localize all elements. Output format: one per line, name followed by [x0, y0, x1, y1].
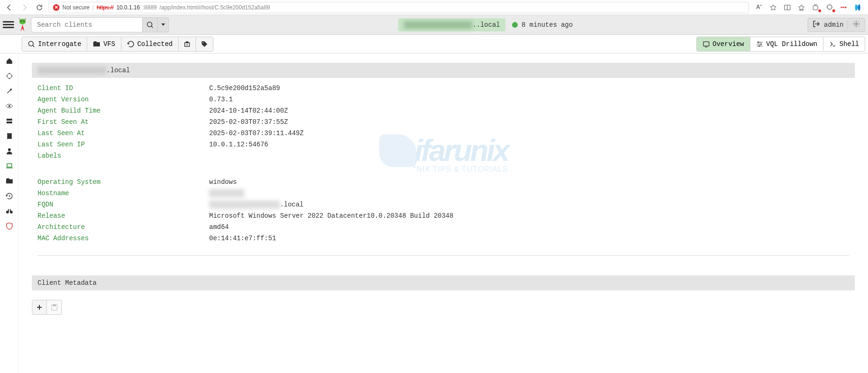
text-size-icon[interactable]: A» [755, 3, 764, 12]
label-agent-build-time: Agent Build Time [38, 107, 209, 114]
refresh-button[interactable] [34, 2, 45, 13]
user-name: admin [824, 21, 844, 29]
sidebar-home[interactable] [3, 56, 16, 66]
status-group: 8 minutes ago [512, 21, 573, 29]
host-panel-header: REDACTED REDACTED.local [32, 63, 855, 78]
label-mac: MAC Addresses [38, 235, 209, 242]
svg-rect-29 [7, 119, 12, 121]
label-arch: Architecture [38, 223, 209, 231]
svg-point-22 [758, 45, 760, 46]
sidebar-eye[interactable] [3, 101, 16, 111]
logout-icon[interactable] [813, 20, 820, 30]
copilot-icon[interactable] [853, 3, 862, 12]
search-button[interactable] [143, 17, 158, 32]
search-dropdown[interactable] [158, 17, 169, 32]
sidebar-server[interactable] [3, 116, 16, 126]
value-mac: 0e:14:41:e7:ff:51 [209, 235, 849, 242]
label-fqdn: FQDN [38, 201, 209, 208]
svg-point-7 [23, 20, 25, 22]
sidebar [0, 53, 19, 373]
settings-icon[interactable] [847, 20, 860, 30]
quarantine-button[interactable] [179, 37, 196, 52]
action-button-group: Interrogate VFS Collected [22, 37, 213, 52]
svg-rect-31 [7, 133, 12, 139]
browser-toolbar-icons: A» ⋯● [753, 3, 864, 12]
label-last-seen: Last Seen At [38, 129, 209, 137]
url-bar[interactable]: ✕ Not secure | https://10.0.1.16:8889/ap… [49, 2, 749, 13]
status-dot-icon [512, 22, 518, 28]
url-separator: | [92, 4, 94, 11]
value-first-seen: 2025-02-03T07:37:55Z [209, 118, 849, 126]
forward-button[interactable] [19, 2, 30, 13]
main-layout: ifarunix *NIX TIPS & TUTORIALS REDACTED … [0, 53, 868, 373]
host-badge[interactable]: REDACTED REDACTED..local [398, 18, 506, 31]
favorites-bar-icon[interactable] [797, 3, 806, 12]
sidebar-history[interactable] [3, 191, 16, 201]
svg-rect-41 [10, 209, 11, 211]
app-topbar: REDACTED REDACTED..local 8 minutes ago a… [0, 15, 868, 35]
favorite-icon[interactable] [769, 3, 778, 12]
svg-point-10 [855, 23, 857, 25]
host-title-hidden: REDACTED REDACTED [38, 67, 106, 74]
svg-point-35 [8, 148, 11, 151]
extensions-icon[interactable] [825, 3, 834, 12]
search-input[interactable] [31, 17, 143, 32]
sidebar-shield[interactable] [3, 221, 16, 231]
labels-button[interactable] [196, 37, 213, 52]
tab-overview[interactable]: Overview [696, 37, 750, 52]
interrogate-button[interactable]: Interrogate [22, 37, 87, 52]
svg-point-8 [147, 22, 152, 27]
value-last-seen-ip: 10.0.1.12:54676 [209, 141, 849, 148]
metadata-actions [32, 300, 855, 315]
svg-point-20 [757, 41, 759, 43]
content-area: ifarunix *NIX TIPS & TUTORIALS REDACTED … [19, 53, 868, 373]
sidebar-folder[interactable] [3, 176, 16, 186]
svg-point-6 [21, 20, 22, 22]
insecure-icon: ✕ [53, 4, 60, 11]
url-path: /app/index.html#/host/C.5c9e200d152a5a89 [159, 4, 270, 11]
sidebar-user[interactable] [3, 146, 16, 156]
status-text: 8 minutes ago [521, 21, 573, 29]
label-first-seen: First Seen At [38, 118, 209, 126]
sidebar-tools[interactable] [3, 86, 16, 96]
svg-rect-3 [813, 6, 818, 10]
vfs-button[interactable]: VFS [87, 37, 121, 52]
label-last-seen-ip: Last Seen IP [38, 141, 209, 148]
tab-vql[interactable]: VQL Drilldown [750, 37, 823, 52]
value-fqdn: REDACTED REDACTED.local [209, 201, 849, 208]
value-os: windows [209, 178, 849, 186]
label-labels: Labels [38, 152, 209, 160]
collections-icon[interactable] [811, 3, 820, 12]
vfs-label: VFS [103, 40, 115, 48]
svg-rect-15 [703, 42, 709, 46]
url-protocol: https:// [97, 4, 113, 11]
tab-shell[interactable]: Shell [823, 37, 865, 52]
action-toolbar: Interrogate VFS Collected Overview VQL D… [0, 35, 868, 53]
interrogate-label: Interrogate [38, 40, 81, 48]
svg-point-14 [203, 42, 204, 43]
split-icon[interactable] [783, 3, 792, 12]
more-icon[interactable]: ⋯● [839, 3, 848, 12]
tab-overview-label: Overview [713, 40, 744, 48]
back-button[interactable] [4, 2, 15, 13]
label-agent-version: Agent Version [38, 96, 209, 103]
value-agent-version: 0.73.1 [209, 96, 849, 103]
svg-point-11 [29, 41, 33, 46]
svg-point-21 [760, 43, 762, 45]
search-group [31, 17, 169, 32]
add-metadata-button[interactable] [32, 300, 47, 315]
collected-button[interactable]: Collected [121, 37, 179, 52]
svg-rect-36 [7, 164, 12, 167]
menu-button[interactable] [3, 19, 14, 30]
sidebar-laptop[interactable] [3, 161, 16, 171]
browser-chrome: ✕ Not secure | https://10.0.1.16:8889/ap… [0, 0, 868, 15]
svg-point-28 [8, 105, 10, 107]
metadata-panel-header: Client Metadata [32, 275, 855, 290]
value-last-seen: 2025-02-03T07:39:11.449Z [209, 129, 849, 137]
value-hostname: REDACTED [209, 190, 849, 197]
sidebar-notebook[interactable] [3, 131, 16, 141]
host-title-suffix: .local [106, 67, 130, 74]
save-metadata-button[interactable] [47, 300, 62, 315]
sidebar-target[interactable] [3, 71, 16, 81]
sidebar-binoculars[interactable] [3, 206, 16, 216]
